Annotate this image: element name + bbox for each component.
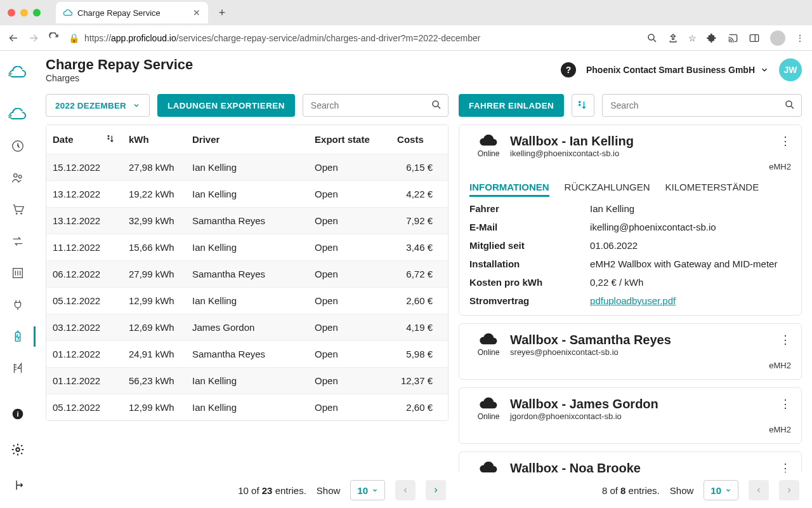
col-state[interactable]: Export state	[308, 125, 391, 154]
extensions-icon[interactable]	[707, 33, 717, 43]
next-page-button[interactable]	[426, 480, 446, 500]
table-row[interactable]: 01.12.202224,91 kWhSamantha ReyesOpen5,9…	[46, 341, 448, 368]
svg-rect-16	[579, 104, 580, 106]
sidebar-logo[interactable]	[0, 57, 36, 88]
star-icon[interactable]: ☆	[688, 33, 697, 43]
sidebar-item-users[interactable]	[0, 163, 36, 193]
cell-date: 13.12.2022	[46, 181, 122, 208]
table-row[interactable]: 11.12.202215,66 kWhIan KellingOpen3,46 €	[46, 234, 448, 261]
table-row[interactable]: 05.12.202212,99 kWhIan KellingOpen2,60 €	[46, 288, 448, 314]
profile-icon[interactable]	[770, 30, 785, 46]
drivers-search-input[interactable]	[602, 94, 802, 117]
cell-kwh: 27,99 kWh	[122, 261, 186, 288]
chevron-down-icon	[760, 65, 769, 74]
new-tab-button[interactable]: +	[213, 4, 231, 22]
cell-date: 06.12.2022	[46, 261, 122, 288]
invite-driver-button[interactable]: FAHRER EINLADEN	[459, 94, 564, 117]
table-row[interactable]: 15.12.202227,98 kWhIan KellingOpen6,15 €	[46, 154, 448, 181]
cell-costs: 6,15 €	[391, 154, 448, 181]
info-contract-label: Stromvertrag	[469, 295, 590, 306]
more-icon[interactable]: ⋮	[780, 134, 791, 148]
more-icon[interactable]: ⋮	[780, 333, 791, 347]
table-row[interactable]: 13.12.202219,22 kWhIan KellingOpen4,22 €	[46, 181, 448, 208]
forward-icon[interactable]	[28, 32, 39, 44]
export-charges-button[interactable]: LADUNGEN EXPORTIEREN	[157, 94, 295, 117]
driver-email: jgordon@phoenixcontact-sb.io	[510, 411, 769, 421]
col-driver[interactable]: Driver	[186, 125, 308, 154]
minimize-window-icon[interactable]	[20, 9, 28, 17]
panel-icon[interactable]	[749, 33, 760, 43]
sidebar-item-meter[interactable]	[0, 353, 36, 384]
cell-kwh: 12,99 kWh	[122, 394, 186, 421]
table-row[interactable]: 01.12.202256,23 kWhIan KellingOpen12,37 …	[46, 368, 448, 394]
more-icon[interactable]: ⋮	[780, 461, 791, 472]
prev-page-button[interactable]	[749, 480, 769, 500]
col-costs[interactable]: Costs	[391, 125, 448, 154]
sidebar-item-home[interactable]	[0, 99, 36, 130]
sidebar-item-reports[interactable]	[0, 258, 36, 288]
url-field[interactable]: 🔒 https://app.proficloud.io/services/cha…	[69, 33, 638, 43]
back-icon[interactable]	[8, 32, 19, 44]
info-contract-link[interactable]: pdfuploadbyuser.pdf	[590, 295, 676, 306]
table-row[interactable]: 03.12.202212,69 kWhJames GordonOpen4,19 …	[46, 314, 448, 341]
close-window-icon[interactable]	[8, 9, 15, 17]
driver-card[interactable]: OnlineWallbox - Samantha Reyessreyes@pho…	[459, 323, 802, 380]
cell-state: Open	[308, 288, 391, 314]
sidebar-item-transfer[interactable]	[0, 226, 36, 257]
tab-rueckzahlungen[interactable]: RÜCKZAHLUNGEN	[565, 182, 650, 197]
col-kwh[interactable]: kWh	[122, 125, 186, 154]
table-row[interactable]: 13.12.202232,99 kWhSamantha ReyesOpen7,9…	[46, 208, 448, 234]
table-row[interactable]: 06.12.202227,99 kWhSamantha ReyesOpen6,7…	[46, 261, 448, 288]
tab-informationen[interactable]: INFORMATIONEN	[469, 182, 549, 197]
sidebar-item-charger[interactable]	[0, 290, 36, 320]
cell-costs: 5,98 €	[391, 341, 448, 368]
driver-card[interactable]: OnlineWallbox - James Gordonjgordon@phoe…	[459, 387, 802, 444]
browser-tab[interactable]: Charge Repay Service ✕	[56, 2, 208, 23]
cell-date: 01.12.2022	[46, 341, 122, 368]
driver-card[interactable]: OnlineWallbox - Noa Brookenbrooke@phoeni…	[459, 451, 802, 472]
sidebar-logout-icon[interactable]	[0, 470, 36, 500]
zoom-icon[interactable]	[646, 32, 658, 44]
tab-kilometerstaende[interactable]: KILOMETERSTÄNDE	[665, 182, 759, 197]
driver-email: sreyes@phoenixcontact-sb.io	[510, 347, 769, 357]
svg-point-0	[648, 34, 654, 40]
chevron-down-icon	[372, 487, 378, 493]
cloud-icon	[480, 134, 497, 147]
month-dropdown[interactable]: 2022 DEZEMBER	[46, 94, 150, 117]
col-date[interactable]: Date	[46, 125, 122, 154]
search-icon[interactable]	[784, 99, 796, 110]
cell-state: Open	[308, 368, 391, 394]
share-icon[interactable]	[668, 32, 678, 44]
sidebar-item-battery[interactable]	[0, 321, 36, 352]
cell-costs: 3,46 €	[391, 234, 448, 261]
cell-state: Open	[308, 208, 391, 234]
driver-card[interactable]: Online Wallbox - Ian Kelling ikelling@ph…	[459, 124, 802, 316]
sidebar-info-icon[interactable]: i	[0, 399, 36, 429]
close-tab-icon[interactable]: ✕	[193, 8, 200, 18]
sidebar-item-monitor[interactable]	[0, 131, 36, 161]
more-icon[interactable]: ⋮	[780, 397, 791, 411]
prev-page-button[interactable]	[395, 480, 416, 500]
help-icon[interactable]: ?	[561, 62, 576, 77]
sort-drivers-button[interactable]	[572, 94, 594, 117]
cell-date: 05.12.2022	[46, 394, 122, 421]
avatar[interactable]: JW	[779, 58, 802, 81]
svg-point-6	[20, 213, 22, 215]
overflow-menu-icon[interactable]: ⋮	[796, 33, 804, 43]
reload-icon[interactable]	[48, 32, 60, 44]
page-size-select[interactable]: 10	[350, 480, 385, 500]
table-row[interactable]: 05.12.202212,99 kWhIan KellingOpen2,60 €	[46, 394, 448, 421]
search-icon[interactable]	[431, 99, 442, 110]
next-page-button[interactable]	[779, 480, 799, 500]
sidebar-item-cart[interactable]	[0, 194, 36, 225]
charges-search-input[interactable]	[303, 94, 449, 117]
sidebar-settings-icon[interactable]	[0, 434, 36, 465]
svg-text:i: i	[16, 410, 18, 418]
cast-icon[interactable]	[727, 33, 738, 43]
page-size-select[interactable]: 10	[704, 480, 738, 500]
org-selector[interactable]: Phoenix Contact Smart Business GmbH	[586, 65, 769, 75]
sort-icon[interactable]	[106, 134, 116, 144]
cell-driver: Ian Kelling	[186, 234, 308, 261]
maximize-window-icon[interactable]	[33, 9, 41, 17]
cell-costs: 12,37 €	[391, 368, 448, 394]
